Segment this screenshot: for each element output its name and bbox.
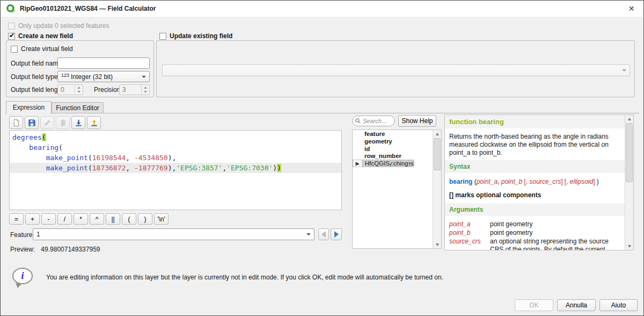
update-existing-field-label: Update existing field [170,32,232,40]
function-item-label: feature [361,130,433,138]
operator-button[interactable]: || [106,213,120,225]
operator-button[interactable]: = [9,213,24,225]
show-help-button[interactable]: Show Help [398,115,436,127]
tab-expression[interactable]: Expression [6,101,52,114]
expression-code-editor[interactable]: degrees( bearing( make_point(16198544, -… [9,130,342,210]
operator-button[interactable]: '\n' [154,213,169,225]
import-expression-icon[interactable] [71,116,85,129]
function-item-label: row_number [361,153,433,160]
function-item-label: geometry [361,138,433,145]
code-line: degrees( [10,132,341,142]
operator-button[interactable]: - [41,213,56,225]
operator-button[interactable]: ( [122,213,136,225]
feature-label: Feature [10,231,32,239]
output-field-name-label: Output field name [11,60,62,67]
checkbox-box[interactable] [8,23,15,30]
search-input[interactable] [363,118,392,124]
expand-arrow-icon[interactable]: ▶ [353,160,362,167]
function-list-item[interactable]: feature [353,130,433,138]
code-line: make_point(18736872, -1877769),'EPSG:385… [10,163,341,173]
create-virtual-field-label: Create virtual field [21,45,73,53]
preview-value: 49.98007149337959 [41,246,100,253]
argument-name: source_crs [449,238,490,250]
output-field-length-label: Output field length [11,86,63,94]
operator-button[interactable]: ) [138,213,152,225]
checkbox-box[interactable] [159,33,166,40]
existing-field-combo[interactable] [162,64,630,76]
next-feature-button[interactable] [331,228,342,240]
function-search[interactable] [352,116,395,126]
help-content: function bearing Returns the north-based… [445,115,625,250]
update-existing-field-checkbox[interactable]: Update existing field [159,32,232,40]
edit-mode-message: You are editing information on this laye… [46,274,492,281]
create-new-field-checkbox[interactable]: Create a new field [8,32,73,40]
ok-button[interactable]: OK [515,299,553,311]
operator-button[interactable]: ^ [90,213,104,225]
function-list-item[interactable]: ▶HfcQGIS [353,160,390,167]
precision-spinner[interactable]: 3 [119,84,150,95]
help-description: Returns the north-based bearing as the a… [445,128,625,160]
syntax-heading: Syntax [445,160,625,173]
output-field-type-combo[interactable]: 123 Integer (32 bit) [57,71,150,82]
argument-description: point geometry [490,229,620,237]
argument-name: point_b [449,229,490,237]
tab-function-editor[interactable]: Function Editor [52,102,104,113]
scrollbar-thumb[interactable] [626,123,633,182]
tab-label: Expression [13,104,45,111]
scroll-down-icon[interactable] [433,241,441,248]
function-help-panel: function bearing Returns the north-based… [444,114,634,250]
save-expression-icon[interactable] [25,116,39,129]
spinner-arrows[interactable] [75,85,82,94]
checkbox-box[interactable] [11,46,18,53]
title-bar: RipGeo01012021_WGS84 — Field Calculator … [1,1,643,17]
help-scrollbar[interactable] [625,115,633,250]
only-update-label: Only update 0 selected features [18,22,109,30]
create-virtual-field-checkbox[interactable]: Create virtual field [11,45,73,53]
output-field-length-spinner[interactable]: 0 [57,84,83,95]
close-button[interactable]: ✕ [619,1,643,16]
scroll-up-icon[interactable] [433,130,441,138]
argument-description: point geometry [490,220,620,228]
function-tree-scrollbar[interactable] [433,130,441,248]
function-list-item[interactable]: row_number [353,153,433,160]
expression-toolbar [9,116,101,129]
feature-combo[interactable]: 1 [33,228,314,240]
function-list: featuregeometryidrow_number▶Aggregates▶A… [353,130,433,248]
scroll-down-icon[interactable] [625,242,633,250]
output-field-name-input[interactable] [57,58,150,69]
function-list-item[interactable]: geometry [353,138,433,145]
argument-name: point_a [449,220,490,228]
scroll-up-icon[interactable] [625,115,633,123]
previous-feature-button[interactable] [318,228,329,240]
edit-expression-icon[interactable] [40,116,54,129]
export-expression-icon[interactable] [87,116,101,129]
scrollbar-thumb[interactable] [434,138,441,170]
cancel-button[interactable]: Annulla [557,299,596,311]
new-expression-icon[interactable] [9,116,23,129]
syntax-signature: bearing (point_a, point_b [, source_crs]… [445,173,625,190]
code-line: make_point(16198544, -4534850), [10,153,341,163]
output-field-length-value: 0 [61,86,64,94]
delete-expression-icon[interactable] [56,116,70,129]
chevron-down-icon [306,233,311,235]
arguments-table: point_apoint geometrypoint_bpoint geomet… [445,216,625,250]
arrow-left-icon [321,231,326,238]
operator-button[interactable]: / [57,213,72,225]
update-field-group [156,40,635,97]
preview-row: Preview: 49.98007149337959 [10,246,100,253]
only-update-checkbox[interactable]: Only update 0 selected features [8,22,109,30]
info-speech-bubble-icon: i [12,268,33,284]
qgis-logo-icon [6,4,16,13]
operator-button[interactable]: * [74,213,88,225]
function-item-label: id [361,145,433,153]
spinner-arrows[interactable] [141,85,149,94]
operator-button[interactable]: + [25,213,40,225]
help-button[interactable]: Aiuto [599,299,638,311]
argument-row: source_crsan optional string representin… [449,238,620,250]
chevron-down-icon [142,76,146,78]
checkbox-box[interactable] [8,33,15,40]
function-list-item[interactable]: id [353,145,433,153]
help-function-title: function bearing [445,115,625,128]
arrow-right-icon [334,231,339,238]
function-tree: featuregeometryidrow_number▶Aggregates▶A… [352,130,442,249]
